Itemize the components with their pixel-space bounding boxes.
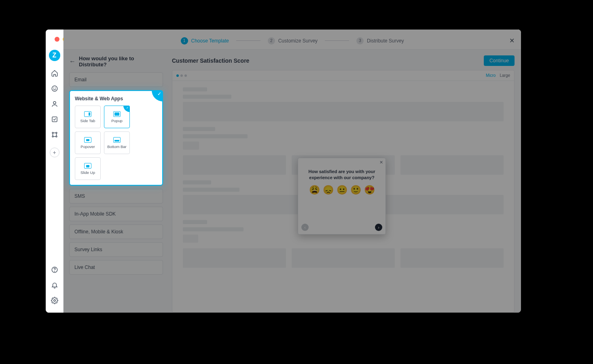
tile-label: Popover bbox=[80, 144, 95, 149]
step-num: 2 bbox=[268, 37, 275, 44]
skeleton bbox=[183, 220, 207, 224]
home-icon[interactable] bbox=[50, 68, 59, 78]
close-icon[interactable]: ✕ bbox=[509, 37, 515, 44]
smile-icon[interactable] bbox=[50, 84, 59, 93]
svg-rect-4 bbox=[52, 117, 57, 122]
emoji-very-satisfied[interactable]: 😍 bbox=[364, 185, 375, 195]
step-num: 3 bbox=[356, 37, 364, 44]
popover-icon bbox=[84, 137, 91, 143]
sidebar: Z + bbox=[46, 30, 64, 313]
template-title: Customer Satisfaction Score bbox=[172, 57, 249, 64]
main: 1 Choose Template 2 Customize Survey 3 D… bbox=[64, 30, 521, 313]
add-button[interactable]: + bbox=[50, 148, 59, 157]
preview-frame: Micro Large bbox=[172, 70, 515, 313]
tile-slide-up[interactable]: Slide Up bbox=[75, 157, 101, 180]
skeleton bbox=[183, 235, 198, 243]
skeleton bbox=[183, 248, 286, 268]
svg-point-5 bbox=[52, 132, 53, 133]
back-arrow-icon[interactable]: ← bbox=[69, 58, 76, 65]
preview-panel: Customer Satisfaction Score Continue Mic… bbox=[169, 50, 521, 313]
skeleton bbox=[183, 188, 239, 192]
svg-point-7 bbox=[52, 136, 53, 137]
close-window-dot[interactable] bbox=[55, 37, 59, 42]
step-divider bbox=[325, 40, 349, 41]
preview-header: Customer Satisfaction Score Continue bbox=[172, 55, 515, 66]
emoji-neutral[interactable]: 😐 bbox=[337, 185, 347, 195]
skeleton bbox=[292, 248, 395, 268]
tile-popover[interactable]: Popover bbox=[75, 131, 101, 154]
emoji-rating: 😩 😞 😐 🙂 😍 bbox=[309, 185, 375, 195]
svg-point-8 bbox=[56, 132, 57, 133]
svg-point-1 bbox=[53, 88, 54, 88]
emoji-satisfied[interactable]: 🙂 bbox=[350, 185, 361, 195]
tile-grid: Side Tab ✓ Popup Popover bbox=[75, 106, 157, 180]
checkbox-icon[interactable] bbox=[50, 114, 59, 124]
svg-point-10 bbox=[54, 271, 55, 271]
channel-website-webapps[interactable]: ✓ Website & Web Apps Side Tab ✓ Popup bbox=[69, 90, 163, 186]
panel-title: How would you like to Distribute? bbox=[79, 55, 163, 68]
sidebar-nav: + bbox=[50, 68, 59, 157]
popup-nav: ‹ › bbox=[298, 221, 385, 234]
svg-point-11 bbox=[53, 300, 55, 302]
step-label: Choose Template bbox=[191, 38, 229, 44]
skeleton bbox=[183, 102, 504, 121]
app-window: Z + bbox=[46, 30, 521, 313]
workflow-icon[interactable] bbox=[50, 130, 59, 140]
preview-toolbar: Micro Large bbox=[172, 70, 514, 81]
tile-label: Side Tab bbox=[80, 119, 95, 123]
channel-live-chat[interactable]: Live Chat bbox=[69, 260, 163, 275]
step-label: Customize Survey bbox=[278, 38, 318, 44]
emoji-very-unsatisfied[interactable]: 😩 bbox=[309, 185, 320, 195]
preview-dots bbox=[176, 74, 187, 77]
tile-bottom-bar[interactable]: Bottom Bar bbox=[104, 131, 130, 154]
emoji-unsatisfied[interactable]: 😞 bbox=[323, 185, 334, 195]
continue-button[interactable]: Continue bbox=[484, 55, 515, 66]
channel-survey-links[interactable]: Survey Links bbox=[69, 242, 163, 257]
skeleton bbox=[183, 227, 244, 231]
channel-offline-kiosk[interactable]: Offline, Mobile & Kiosk bbox=[69, 224, 163, 239]
popup-close-icon[interactable]: ✕ bbox=[379, 160, 383, 165]
step-customize-survey[interactable]: 2 Customize Survey bbox=[268, 37, 318, 44]
help-icon[interactable] bbox=[50, 265, 59, 275]
panel-header: ← How would you like to Distribute? bbox=[69, 55, 163, 68]
popup-question: How satisfied are you with your experien… bbox=[304, 169, 380, 181]
step-distribute-survey[interactable]: 3 Distribute Survey bbox=[356, 37, 404, 44]
step-num: 1 bbox=[181, 37, 188, 44]
skeleton bbox=[183, 127, 215, 131]
step-choose-template[interactable]: 1 Choose Template bbox=[181, 37, 229, 44]
next-button[interactable]: › bbox=[375, 224, 382, 231]
bell-icon[interactable] bbox=[50, 280, 59, 290]
skeleton bbox=[183, 180, 211, 184]
content: ← How would you like to Distribute? Emai… bbox=[64, 50, 521, 313]
tile-side-tab[interactable]: Side Tab bbox=[75, 106, 101, 128]
tile-label: Slide Up bbox=[80, 170, 95, 175]
skeleton bbox=[400, 248, 504, 268]
slide-up-icon bbox=[84, 163, 91, 169]
prev-button[interactable]: ‹ bbox=[301, 224, 309, 231]
stepper: 1 Choose Template 2 Customize Survey 3 D… bbox=[64, 30, 521, 50]
channel-sms[interactable]: SMS bbox=[69, 189, 163, 203]
step-label: Distribute Survey bbox=[367, 38, 404, 44]
popup-icon bbox=[113, 111, 121, 117]
popup-content: How satisfied are you with your experien… bbox=[298, 158, 385, 221]
check-icon: ✓ bbox=[123, 106, 130, 112]
svg-point-6 bbox=[56, 136, 57, 137]
settings-icon[interactable] bbox=[50, 296, 59, 305]
channel-inapp-sdk[interactable]: In-App Mobile SDK bbox=[69, 207, 163, 221]
svg-point-0 bbox=[52, 86, 57, 91]
size-large[interactable]: Large bbox=[500, 73, 510, 78]
survey-popup-preview: ✕ How satisfied are you with your experi… bbox=[298, 158, 386, 235]
step-divider bbox=[236, 40, 260, 41]
svg-point-3 bbox=[53, 102, 56, 104]
channel-email[interactable]: Email bbox=[69, 72, 163, 87]
skeleton bbox=[183, 142, 199, 150]
channel-panel-title: Website & Web Apps bbox=[75, 96, 157, 102]
tile-label: Bottom Bar bbox=[107, 144, 127, 149]
distribute-panel: ← How would you like to Distribute? Emai… bbox=[64, 50, 169, 313]
user-icon[interactable] bbox=[50, 99, 59, 109]
skeleton bbox=[183, 134, 248, 138]
size-micro[interactable]: Micro bbox=[486, 73, 496, 78]
skeleton-row bbox=[183, 248, 504, 268]
tile-popup[interactable]: ✓ Popup bbox=[104, 106, 130, 128]
brand-logo[interactable]: Z bbox=[49, 50, 60, 61]
